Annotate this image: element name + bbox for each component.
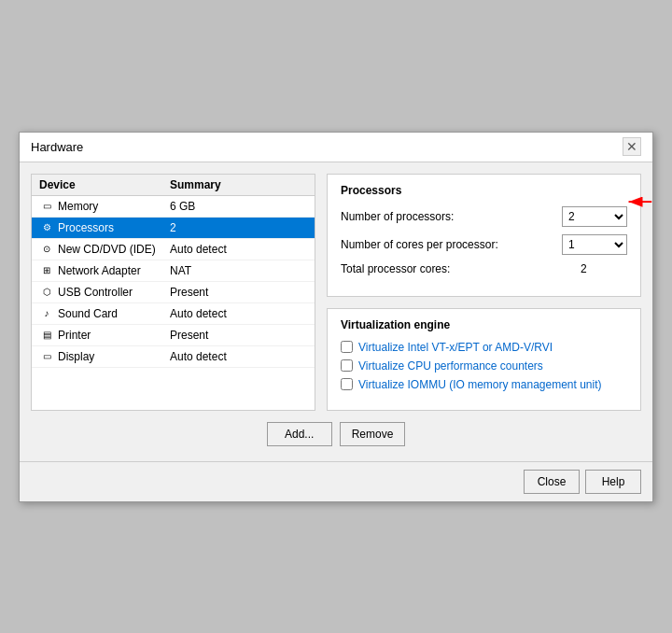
footer: Close Help bbox=[20, 461, 652, 501]
checkbox-label-iommu[interactable]: Virtualize IOMMU (IO memory management u… bbox=[358, 378, 602, 391]
close-dialog-button[interactable]: Close bbox=[524, 470, 580, 494]
device-name-printer: Printer bbox=[58, 329, 91, 342]
checkbox-label-vt-x[interactable]: Virtualize Intel VT-x/EPT or AMD-V/RVI bbox=[358, 341, 553, 354]
device-name-usb-controller: USB Controller bbox=[58, 286, 133, 299]
sound-card-icon: ♪ bbox=[39, 306, 54, 321]
num-cores-select[interactable]: 1248 bbox=[562, 234, 627, 255]
hardware-window: Hardware ✕ Device Summary ▭ Memory 6 GB … bbox=[19, 132, 653, 502]
virtualization-section: Virtualization engine Virtualize Intel V… bbox=[327, 308, 641, 411]
processors-section: Processors Number of processors: 1248 bbox=[327, 174, 641, 297]
arrow-container: 1248 bbox=[562, 206, 627, 227]
device-summary-printer: Present bbox=[170, 329, 307, 342]
checkbox-label-perf-counters[interactable]: Virtualize CPU performance counters bbox=[358, 359, 543, 373]
total-cores-label: Total processor cores: bbox=[341, 262, 581, 275]
cd-dvd-icon: ⊙ bbox=[39, 242, 54, 257]
device-name-network-adapter: Network Adapter bbox=[58, 264, 141, 277]
num-cores-label: Number of cores per processor: bbox=[341, 238, 562, 251]
device-row-sound-card[interactable]: ♪ Sound Card Auto detect bbox=[32, 303, 315, 325]
close-button[interactable]: ✕ bbox=[623, 137, 641, 156]
usb-controller-icon: ⬡ bbox=[39, 285, 54, 300]
help-button[interactable]: Help bbox=[585, 470, 641, 494]
device-name-cd-dvd: New CD/DVD (IDE) bbox=[58, 243, 156, 256]
device-summary-cd-dvd: Auto detect bbox=[170, 243, 307, 256]
device-summary-network-adapter: NAT bbox=[170, 264, 307, 277]
device-name-sound-card: Sound Card bbox=[58, 307, 118, 320]
virt-option-vt-x: Virtualize Intel VT-x/EPT or AMD-V/RVI bbox=[341, 341, 627, 354]
window-title: Hardware bbox=[31, 140, 83, 154]
total-cores-row: Total processor cores: 2 bbox=[341, 262, 627, 275]
device-row-usb-controller[interactable]: ⬡ USB Controller Present bbox=[32, 282, 315, 303]
device-row-processors[interactable]: ⚙ Processors 2 bbox=[32, 218, 315, 239]
red-arrow-indicator bbox=[599, 190, 655, 218]
device-name-display: Display bbox=[58, 350, 94, 363]
device-summary-usb-controller: Present bbox=[170, 286, 307, 299]
settings-panel: Processors Number of processors: 1248 bbox=[327, 174, 641, 411]
checkbox-perf-counters[interactable] bbox=[341, 359, 353, 372]
num-processors-row: Number of processors: 1248 bbox=[341, 206, 627, 227]
printer-icon: ▤ bbox=[39, 328, 54, 343]
processors-title: Processors bbox=[341, 184, 627, 197]
main-content: Device Summary ▭ Memory 6 GB ⚙ Processor… bbox=[31, 174, 641, 411]
header-summary: Summary bbox=[170, 178, 307, 191]
device-row-display[interactable]: ▭ Display Auto detect bbox=[32, 346, 315, 368]
virt-option-perf-counters: Virtualize CPU performance counters bbox=[341, 359, 627, 373]
device-row-network-adapter[interactable]: ⊞ Network Adapter NAT bbox=[32, 260, 315, 282]
virtualization-title: Virtualization engine bbox=[341, 318, 627, 331]
device-table: ▭ Memory 6 GB ⚙ Processors 2 ⊙ New CD/DV… bbox=[32, 196, 315, 410]
device-name-processors: Processors bbox=[58, 221, 114, 234]
device-panel: Device Summary ▭ Memory 6 GB ⚙ Processor… bbox=[31, 174, 315, 411]
total-cores-value: 2 bbox=[581, 262, 627, 275]
device-row-memory[interactable]: ▭ Memory 6 GB bbox=[32, 196, 315, 218]
window-body: Device Summary ▭ Memory 6 GB ⚙ Processor… bbox=[20, 162, 652, 461]
virtualization-options: Virtualize Intel VT-x/EPT or AMD-V/RVI V… bbox=[341, 341, 627, 391]
virt-option-iommu: Virtualize IOMMU (IO memory management u… bbox=[341, 378, 627, 391]
device-summary-processors: 2 bbox=[170, 221, 307, 234]
device-summary-memory: 6 GB bbox=[170, 200, 307, 213]
network-adapter-icon: ⊞ bbox=[39, 263, 54, 278]
bottom-buttons: Add... Remove bbox=[31, 422, 641, 450]
checkbox-vt-x[interactable] bbox=[341, 341, 353, 353]
device-summary-sound-card: Auto detect bbox=[170, 307, 307, 320]
remove-button[interactable]: Remove bbox=[340, 422, 406, 446]
device-name-memory: Memory bbox=[58, 200, 98, 213]
header-device: Device bbox=[39, 178, 170, 191]
device-row-cd-dvd[interactable]: ⊙ New CD/DVD (IDE) Auto detect bbox=[32, 239, 315, 260]
processors-icon: ⚙ bbox=[39, 220, 54, 235]
checkbox-iommu[interactable] bbox=[341, 378, 353, 390]
device-row-printer[interactable]: ▤ Printer Present bbox=[32, 325, 315, 346]
device-summary-display: Auto detect bbox=[170, 350, 307, 363]
num-cores-row: Number of cores per processor: 1248 bbox=[341, 234, 627, 255]
memory-icon: ▭ bbox=[39, 199, 54, 214]
title-bar: Hardware ✕ bbox=[20, 133, 652, 162]
device-list-header: Device Summary bbox=[32, 175, 315, 196]
num-processors-label: Number of processors: bbox=[341, 210, 562, 223]
add-button[interactable]: Add... bbox=[267, 422, 332, 446]
display-icon: ▭ bbox=[39, 349, 54, 364]
